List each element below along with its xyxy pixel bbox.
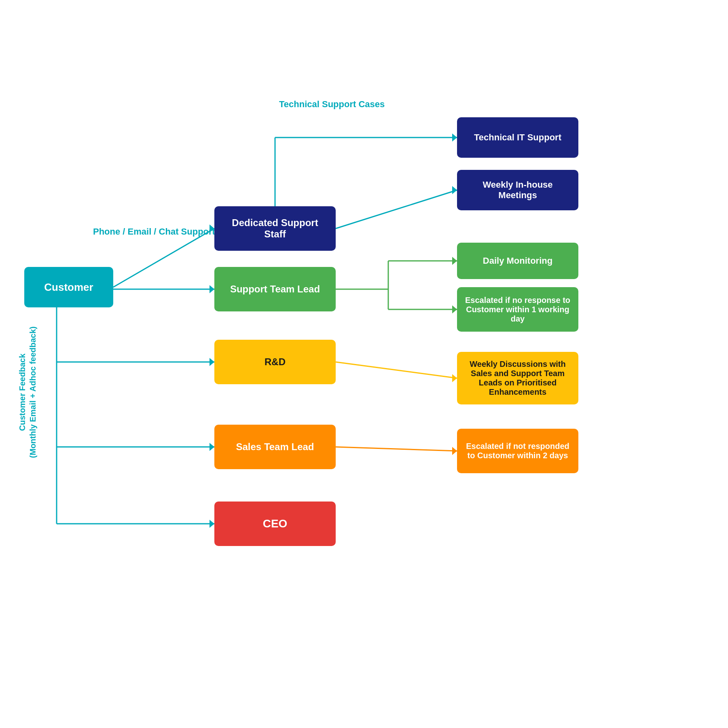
node-ceo: CEO — [214, 502, 336, 546]
svg-marker-4 — [452, 133, 457, 142]
node-sales-team-lead: Sales Team Lead — [214, 425, 336, 469]
svg-line-5 — [336, 190, 457, 229]
svg-marker-9 — [210, 285, 214, 293]
svg-marker-19 — [452, 257, 457, 265]
svg-marker-15 — [210, 520, 214, 528]
svg-line-0 — [113, 229, 214, 287]
diagram-container: Phone / Email / Chat Support Technical S… — [0, 0, 728, 728]
node-support-team-lead: Support Team Lead — [214, 267, 336, 311]
node-escalated-2-days: Escalated if not responded to Customer w… — [457, 429, 578, 473]
svg-marker-13 — [210, 443, 214, 451]
svg-marker-11 — [210, 358, 214, 366]
node-daily-monitoring: Daily Monitoring — [457, 243, 578, 279]
node-tech-it-support: Technical IT Support — [457, 117, 578, 158]
label-phone-email: Phone / Email / Chat Support — [93, 226, 215, 237]
svg-marker-25 — [452, 447, 457, 455]
svg-line-24 — [336, 447, 457, 451]
node-customer: Customer — [24, 267, 113, 307]
node-weekly-meetings: Weekly In-house Meetings — [457, 170, 578, 210]
svg-marker-21 — [452, 305, 457, 313]
node-weekly-discussions: Weekly Discussions with Sales and Suppor… — [457, 352, 578, 404]
node-rd: R&D — [214, 340, 336, 384]
svg-line-22 — [336, 362, 457, 378]
label-customer-feedback: Customer Feedback(Monthly Email + Adhoc … — [19, 299, 36, 485]
node-escalated-1-working-day: Escalated if no response to Customer wit… — [457, 287, 578, 332]
svg-marker-23 — [452, 374, 457, 382]
label-tech-support-cases: Technical Support Cases — [279, 99, 385, 110]
node-dedicated-support-staff: Dedicated Support Staff — [214, 206, 336, 251]
svg-marker-6 — [452, 186, 457, 194]
